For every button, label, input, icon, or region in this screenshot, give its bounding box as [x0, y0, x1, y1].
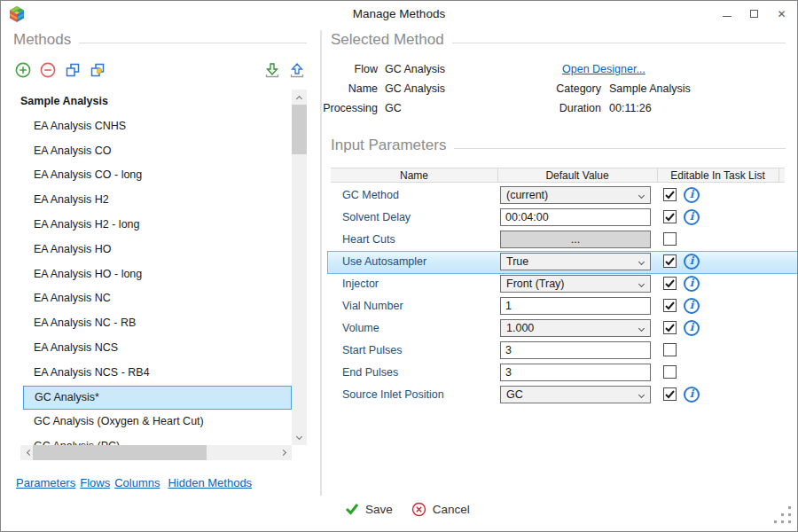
field-value: 00:11:26: [609, 102, 652, 114]
copy-method-button[interactable]: [63, 60, 82, 80]
editable-checkbox[interactable]: [663, 299, 677, 312]
parameter-name: End Pulses: [342, 362, 398, 384]
field-value: GC Analysis: [385, 63, 445, 75]
method-list-item[interactable]: GC Analysis (Oxygen & Heart Cut): [20, 410, 292, 434]
parameter-input[interactable]: 00:04:00: [500, 208, 651, 226]
parameter-name: Vial Number: [342, 295, 403, 317]
checkmark-icon: [665, 301, 675, 310]
info-icon[interactable]: i: [684, 254, 700, 270]
copy-method-special-button[interactable]: [88, 60, 107, 80]
parameter-dropdown[interactable]: Front (Tray): [500, 275, 651, 293]
info-icon[interactable]: i: [684, 209, 700, 225]
method-list-item[interactable]: EA Analysis NC: [20, 286, 292, 311]
parameter-name: Heart Cuts: [342, 229, 395, 251]
save-button[interactable]: Save: [345, 503, 393, 516]
table-header: Name Default Value Editable In Task List: [331, 168, 785, 183]
method-list-item[interactable]: EA Analysis CNHS: [20, 114, 292, 139]
footer-link-columns[interactable]: Columns: [114, 476, 160, 489]
editable-checkbox[interactable]: [663, 254, 677, 268]
parameter-name: Source Inlet Position: [342, 384, 444, 406]
method-list-item[interactable]: EA Analysis NCS: [20, 336, 292, 361]
scroll-down-button[interactable]: [292, 430, 307, 445]
methods-section-title: Methods: [13, 31, 71, 49]
export-up-arrow-icon: [289, 62, 306, 79]
horizontal-scrollbar-thumb[interactable]: [33, 445, 207, 460]
chevron-down-icon: [638, 281, 645, 287]
resize-grip-icon[interactable]: [772, 505, 794, 528]
parameter-name: GC Method: [342, 184, 399, 207]
parameter-name: Use Autosampler: [342, 251, 426, 273]
vertical-scrollbar-thumb[interactable]: [292, 105, 307, 154]
info-icon[interactable]: i: [684, 320, 700, 336]
close-icon: ✕: [777, 9, 786, 20]
editable-checkbox[interactable]: [663, 232, 677, 246]
open-designer-link[interactable]: Open Designer...: [562, 63, 645, 75]
parameter-input[interactable]: 1: [500, 297, 651, 315]
editable-checkbox[interactable]: [663, 277, 677, 290]
manage-methods-window: Manage Methods ✕ Methods: [0, 0, 798, 532]
parameter-name: Solvent Delay: [342, 207, 411, 229]
editable-checkbox[interactable]: [663, 321, 677, 334]
editable-checkbox[interactable]: [663, 343, 677, 356]
dialog-actions: Save Cancel: [345, 499, 470, 519]
parameter-dropdown[interactable]: 1.000: [500, 319, 651, 337]
info-icon[interactable]: i: [684, 387, 700, 403]
horizontal-scrollbar[interactable]: [20, 445, 292, 460]
editable-checkbox[interactable]: [663, 188, 677, 201]
chevron-down-icon: [638, 325, 645, 332]
parameter-dropdown[interactable]: (current): [500, 186, 651, 204]
cancel-button[interactable]: Cancel: [411, 502, 470, 517]
chevron-down-icon: [638, 392, 645, 398]
add-method-button[interactable]: [13, 60, 33, 80]
editable-checkbox[interactable]: [663, 365, 677, 379]
field-label: Flow: [323, 63, 378, 75]
info-icon[interactable]: i: [684, 276, 700, 292]
parameter-row: Start Pulses 3: [331, 340, 785, 362]
parameter-dropdown[interactable]: True: [500, 253, 651, 270]
editable-checkbox[interactable]: [663, 387, 677, 401]
method-list-item[interactable]: GC Analysis*: [23, 386, 292, 411]
chevron-down-icon: [638, 192, 645, 199]
parameter-input[interactable]: 3: [500, 341, 651, 359]
divider: [79, 43, 307, 43]
info-icon[interactable]: i: [684, 187, 700, 203]
field-value: Sample Analysis: [609, 82, 691, 95]
maximize-button[interactable]: [740, 2, 768, 26]
export-methods-button[interactable]: [287, 60, 307, 80]
method-list-item[interactable]: GC Analysis (PC): [20, 434, 292, 445]
method-list-item[interactable]: EA Analysis NC - RB: [20, 311, 292, 336]
parameter-row: Vial Number 1 i: [331, 295, 785, 317]
method-list-item[interactable]: EA Analysis HO: [20, 238, 292, 262]
field-label: Processing: [323, 102, 378, 114]
method-list-item[interactable]: EA Analysis H2 - long: [20, 213, 292, 238]
method-list-item[interactable]: EA Analysis H2: [20, 188, 292, 213]
info-icon[interactable]: i: [684, 298, 700, 314]
copy-special-icon: [89, 61, 106, 79]
scroll-right-button[interactable]: [277, 445, 292, 460]
checkmark-icon: [665, 390, 675, 399]
method-list-item[interactable]: EA Analysis CO: [20, 139, 292, 164]
scroll-up-button[interactable]: [292, 90, 307, 105]
parameter-input[interactable]: 3: [500, 364, 651, 381]
chevron-up-icon: [296, 95, 302, 101]
method-list-item[interactable]: EA Analysis HO - long: [20, 262, 292, 287]
footer-link-hidden-methods[interactable]: Hidden Methods: [168, 476, 252, 489]
minimize-button[interactable]: [713, 2, 740, 26]
footer-link-parameters[interactable]: Parameters: [16, 476, 75, 489]
divider: [452, 43, 786, 43]
selected-method-fields-right: Open Designer... CategorySample Analysis…: [551, 59, 691, 118]
parameter-ellipsis-button[interactable]: ...: [500, 231, 651, 248]
method-list-item[interactable]: EA Analysis NCS - RB4: [20, 361, 292, 386]
field-label: Duration: [551, 102, 601, 114]
parameter-dropdown[interactable]: GC: [500, 386, 651, 403]
import-methods-button[interactable]: [262, 60, 282, 80]
checkmark-icon: [665, 191, 675, 200]
editable-checkbox[interactable]: [663, 210, 677, 223]
method-category[interactable]: Sample Analysis: [20, 90, 292, 114]
method-list-item[interactable]: EA Analysis CO - long: [20, 163, 292, 188]
vertical-scrollbar[interactable]: [292, 90, 307, 445]
close-button[interactable]: ✕: [768, 2, 795, 26]
remove-method-button[interactable]: [38, 60, 58, 80]
footer-link-flows[interactable]: Flows: [80, 476, 110, 489]
selected-method-fields: FlowGC AnalysisNameGC AnalysisProcessing…: [323, 59, 445, 118]
